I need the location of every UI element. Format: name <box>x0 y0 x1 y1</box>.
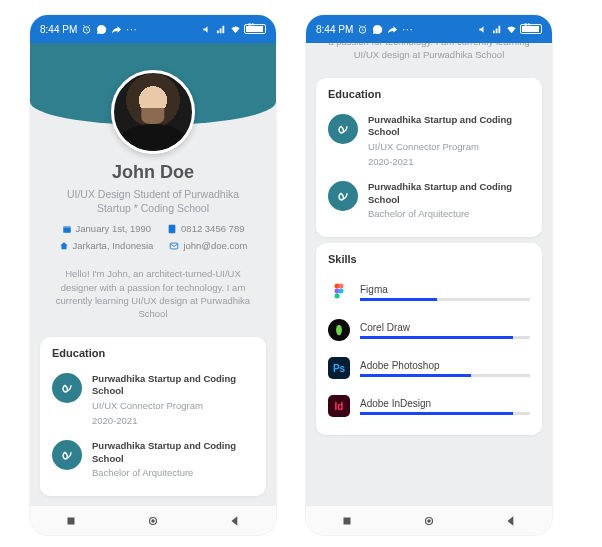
svg-point-13 <box>336 325 342 336</box>
profile-bio-partial: a passion for technology. I am currently… <box>306 43 552 72</box>
phone-screen-scrolled: 8:44 PM ··· 91 a passion for technology.… <box>306 15 552 535</box>
skill-bar <box>360 412 530 415</box>
battery-icon: 91 <box>520 24 542 34</box>
skill-name: Adobe Photoshop <box>360 360 530 371</box>
info-email: john@doe.com <box>169 240 247 251</box>
education-item[interactable]: Purwadhika Startup and Coding School UI/… <box>52 367 254 434</box>
nav-home[interactable] <box>146 514 160 528</box>
status-time: 8:44 PM <box>316 24 353 35</box>
education-program: UI/UX Connector Program <box>368 141 530 154</box>
scroll-area[interactable]: John Doe UI/UX Design Student of Purwadh… <box>30 43 276 505</box>
svg-point-9 <box>339 284 344 289</box>
skill-item: Figma <box>328 273 530 311</box>
svg-rect-4 <box>68 517 75 524</box>
alarm-icon <box>357 24 368 35</box>
skill-item: Ps Adobe Photoshop <box>328 349 530 387</box>
nav-back[interactable] <box>228 514 242 528</box>
voice-icon <box>478 24 489 35</box>
phone-icon <box>167 224 177 234</box>
education-school: Purwadhika Startup and Coding School <box>368 181 530 207</box>
education-item[interactable]: Purwadhika Startup and Coding School UI/… <box>328 108 530 175</box>
profile-bio: Hello! I'm John, an architect-turned-UI/… <box>30 261 276 330</box>
alarm-icon <box>81 24 92 35</box>
svg-point-6 <box>152 519 154 521</box>
nav-recents[interactable] <box>340 514 354 528</box>
wifi-icon <box>506 24 517 35</box>
svg-point-11 <box>339 289 344 294</box>
education-card: Education Purwadhika Startup and Coding … <box>316 78 542 238</box>
education-title: Education <box>52 347 254 359</box>
skill-name: Adobe InDesign <box>360 398 530 409</box>
svg-rect-2 <box>63 226 71 228</box>
skill-item: Id Adobe InDesign <box>328 387 530 425</box>
svg-rect-14 <box>344 517 351 524</box>
education-title: Education <box>328 88 530 100</box>
svg-point-12 <box>335 294 340 299</box>
voice-icon <box>202 24 213 35</box>
signal-icon <box>216 24 227 35</box>
skill-bar <box>360 374 530 377</box>
education-icon <box>328 114 358 144</box>
skill-name: Corel Draw <box>360 322 530 333</box>
coreldraw-icon <box>328 319 350 341</box>
education-icon <box>52 440 82 470</box>
skill-name: Figma <box>360 284 530 295</box>
signal-icon <box>492 24 503 35</box>
share-icon <box>387 24 398 35</box>
skill-item: Corel Draw <box>328 311 530 349</box>
status-more: ··· <box>126 24 137 35</box>
education-period: 2020-2021 <box>92 415 254 428</box>
calendar-icon <box>62 224 72 234</box>
info-birthdate: January 1st, 1990 <box>62 223 152 234</box>
mail-icon <box>169 241 179 251</box>
status-bar: 8:44 PM ··· 91 <box>306 15 552 43</box>
nav-recents[interactable] <box>64 514 78 528</box>
status-bar: 8:44 PM ··· 91 <box>30 15 276 43</box>
skill-bar <box>360 336 530 339</box>
info-location: Jarkarta, Indonesia <box>59 240 154 251</box>
share-icon <box>111 24 122 35</box>
education-icon <box>52 373 82 403</box>
avatar[interactable] <box>111 70 195 154</box>
status-more: ··· <box>402 24 413 35</box>
system-nav <box>30 505 276 535</box>
info-phone: 0812 3456 789 <box>167 223 244 234</box>
photoshop-icon: Ps <box>328 357 350 379</box>
education-program: Bachelor of Arquitecture <box>368 208 530 221</box>
home-icon <box>59 241 69 251</box>
svg-point-16 <box>428 519 430 521</box>
whatsapp-icon <box>372 24 383 35</box>
education-icon <box>328 181 358 211</box>
education-card: Education Purwadhika Startup and Coding … <box>40 337 266 497</box>
education-period: 2020-2021 <box>368 156 530 169</box>
system-nav <box>306 505 552 535</box>
profile-info: January 1st, 1990 0812 3456 789 Jarkarta… <box>30 223 276 261</box>
skills-card: Skills Figma Corel Draw <box>316 243 542 435</box>
education-school: Purwadhika Startup and Coding School <box>92 373 254 399</box>
education-school: Purwadhika Startup and Coding School <box>368 114 530 140</box>
status-time: 8:44 PM <box>40 24 77 35</box>
nav-back[interactable] <box>504 514 518 528</box>
education-program: UI/UX Connector Program <box>92 400 254 413</box>
figma-icon <box>328 281 350 303</box>
whatsapp-icon <box>96 24 107 35</box>
profile-name: John Doe <box>30 162 276 183</box>
scroll-area[interactable]: a passion for technology. I am currently… <box>306 43 552 441</box>
indesign-icon: Id <box>328 395 350 417</box>
skills-title: Skills <box>328 253 530 265</box>
education-program: Bachelor of Arquitecture <box>92 467 254 480</box>
education-item[interactable]: Purwadhika Startup and Coding School Bac… <box>52 434 254 486</box>
profile-subtitle: UI/UX Design Student of Purwadhika Start… <box>30 183 276 223</box>
skill-bar <box>360 298 530 301</box>
nav-home[interactable] <box>422 514 436 528</box>
phone-screen-top: 8:44 PM ··· 91 John Doe UI/UX Design Stu… <box>30 15 276 535</box>
education-item[interactable]: Purwadhika Startup and Coding School Bac… <box>328 175 530 227</box>
wifi-icon <box>230 24 241 35</box>
battery-icon: 91 <box>244 24 266 34</box>
education-school: Purwadhika Startup and Coding School <box>92 440 254 466</box>
